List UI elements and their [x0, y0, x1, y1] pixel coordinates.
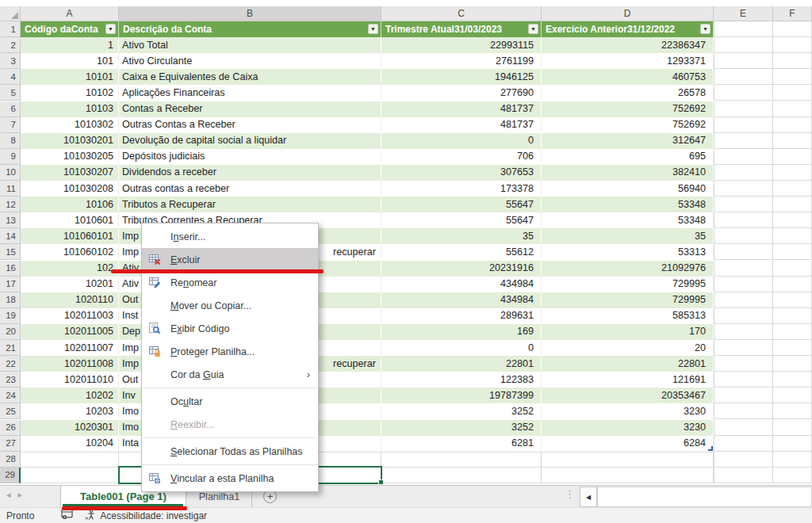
row-header-21[interactable]: 21: [0, 340, 21, 356]
cell-current-quarter-value[interactable]: 0: [381, 340, 542, 356]
menu-item-proteger-planilha[interactable]: Proteger Planilha...: [142, 340, 318, 363]
cell-code[interactable]: 1010601: [21, 212, 119, 228]
cell-empty[interactable]: [714, 403, 773, 419]
cell-code[interactable]: 101030207: [21, 165, 119, 181]
cell-empty[interactable]: [714, 69, 773, 85]
tab-nav-arrows-icon[interactable]: ◂▸: [6, 490, 29, 500]
cell-empty[interactable]: [714, 261, 773, 277]
cell-previous-year-value[interactable]: 729995: [542, 277, 714, 292]
cell-previous-year-value[interactable]: 3230: [542, 420, 714, 436]
row-header-3[interactable]: 3: [0, 53, 21, 69]
row-header-8[interactable]: 8: [0, 133, 21, 149]
row-header-20[interactable]: 20: [0, 324, 21, 340]
cell-empty[interactable]: [773, 356, 812, 372]
table-header-cell[interactable]: Trimestre Atual31/03/2023▼: [381, 21, 542, 37]
cell-empty[interactable]: [773, 261, 812, 277]
menu-item-inserir[interactable]: Inserir...: [142, 225, 318, 248]
cell-empty[interactable]: [714, 308, 773, 324]
cell-code[interactable]: 1020301: [21, 420, 119, 436]
row-header-25[interactable]: 25: [0, 403, 21, 419]
menu-item-renomear[interactable]: Renomear: [142, 271, 318, 294]
cell-current-quarter-value[interactable]: 3252: [381, 403, 542, 419]
cell-empty[interactable]: [773, 101, 812, 117]
column-header-b[interactable]: B: [119, 6, 381, 21]
cell-current-quarter-value[interactable]: 706: [381, 149, 542, 165]
cell-current-quarter-value[interactable]: 481737: [381, 101, 542, 117]
menu-item-vincular-a-esta-planilha[interactable]: Vincular a esta Planilha: [142, 467, 318, 490]
cell-empty[interactable]: [714, 324, 773, 340]
row-header-16[interactable]: 16: [0, 261, 21, 277]
row-header-10[interactable]: 10: [0, 165, 21, 181]
cell-previous-year-value[interactable]: 3230: [542, 403, 714, 419]
cell-code[interactable]: 101: [21, 53, 119, 69]
filter-dropdown-icon[interactable]: ▼: [528, 24, 538, 34]
cell-previous-year-value[interactable]: 22801: [542, 356, 714, 372]
row-header-2[interactable]: 2: [0, 37, 21, 53]
cell-empty[interactable]: [714, 117, 773, 133]
cell-empty[interactable]: [714, 436, 773, 452]
row-header-17[interactable]: 17: [0, 277, 21, 292]
cell-empty[interactable]: [714, 101, 773, 117]
cell-current-quarter-value[interactable]: 481737: [381, 117, 542, 133]
row-header-15[interactable]: 15: [0, 244, 21, 260]
cell-code[interactable]: 102011010: [21, 372, 119, 387]
cell-empty[interactable]: [773, 212, 812, 228]
cell-current-quarter-value[interactable]: 20231916: [381, 261, 542, 277]
cell-empty[interactable]: [714, 85, 773, 101]
menu-item-reexibir[interactable]: Reexibir...: [142, 413, 318, 436]
cell-description[interactable]: Devolução de capital social a liquidar: [119, 133, 381, 149]
fill-handle[interactable]: [378, 479, 384, 485]
cell-code[interactable]: 10103: [21, 101, 119, 117]
cell-empty[interactable]: [773, 181, 812, 197]
cell-empty[interactable]: [714, 340, 773, 356]
macro-record-icon[interactable]: [61, 509, 74, 522]
cell-code[interactable]: 10102: [21, 85, 119, 101]
row-header-1[interactable]: 1: [0, 21, 21, 37]
cell-code[interactable]: 10202: [21, 387, 119, 403]
row-header-9[interactable]: 9: [0, 149, 21, 165]
row-header-26[interactable]: 26: [0, 420, 21, 436]
cell-empty[interactable]: [773, 53, 812, 69]
cell-current-quarter-value[interactable]: 55647: [381, 197, 542, 212]
cell-code[interactable]: 1: [21, 37, 119, 53]
cell-empty[interactable]: [714, 387, 773, 403]
table-header-cell[interactable]: Exercício Anterior31/12/2022▼: [542, 21, 714, 37]
cell-previous-year-value[interactable]: 53348: [542, 197, 714, 212]
filter-dropdown-icon[interactable]: ▼: [700, 24, 710, 34]
cell-empty[interactable]: [542, 452, 714, 468]
cell-previous-year-value[interactable]: 695: [542, 149, 714, 165]
cell-empty[interactable]: [773, 468, 812, 483]
row-header-24[interactable]: 24: [0, 387, 21, 403]
cell-code[interactable]: 10203: [21, 403, 119, 419]
cell-previous-year-value[interactable]: 35: [542, 228, 714, 244]
cell-empty[interactable]: [381, 452, 542, 468]
cell-description[interactable]: Aplicações Financeiras: [119, 85, 381, 101]
cell-code[interactable]: 10201: [21, 277, 119, 292]
cell-previous-year-value[interactable]: 752692: [542, 101, 714, 117]
cell-empty[interactable]: [773, 21, 812, 37]
cell-previous-year-value[interactable]: 1293371: [542, 53, 714, 69]
cell-empty[interactable]: [773, 69, 812, 85]
column-header-f[interactable]: F: [773, 6, 812, 21]
cell-previous-year-value[interactable]: 585313: [542, 308, 714, 324]
column-header-a[interactable]: A: [21, 6, 119, 21]
cell-empty[interactable]: [773, 436, 812, 452]
cell-current-quarter-value[interactable]: 0: [381, 133, 542, 149]
cell-current-quarter-value[interactable]: 22993115: [381, 37, 542, 53]
cell-empty[interactable]: [714, 228, 773, 244]
cell-empty[interactable]: [773, 149, 812, 165]
row-header-22[interactable]: 22: [0, 356, 21, 372]
cell-empty[interactable]: [714, 420, 773, 436]
cell-description[interactable]: Depósitos judiciais: [119, 149, 381, 165]
row-header-11[interactable]: 11: [0, 181, 21, 197]
cell-code[interactable]: 102011007: [21, 340, 119, 356]
cell-empty[interactable]: [773, 85, 812, 101]
cell-previous-year-value[interactable]: 460753: [542, 69, 714, 85]
cell-empty[interactable]: [773, 324, 812, 340]
tabbar-resize-handle-icon[interactable]: ⋮: [565, 488, 575, 500]
cell-description[interactable]: Contas a Receber: [119, 101, 381, 117]
cell-code[interactable]: 10106: [21, 197, 119, 212]
cell-empty[interactable]: [714, 277, 773, 292]
cell-previous-year-value[interactable]: 312647: [542, 133, 714, 149]
cell-current-quarter-value[interactable]: 434984: [381, 292, 542, 308]
